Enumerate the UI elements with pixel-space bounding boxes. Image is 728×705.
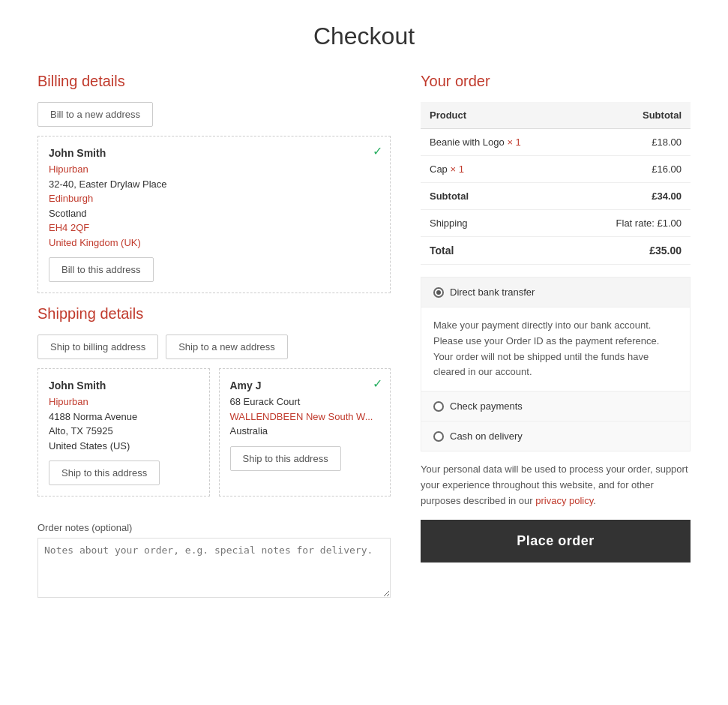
shipping-address-card-0: John Smith Hipurban 4188 Norma Avenue Al… (37, 368, 210, 496)
order-item-row-1: Cap × 1 £16.00 (421, 156, 691, 183)
shipping-address-country-0: United States (US) (49, 439, 199, 454)
order-item-row-0: Beanie with Logo × 1 £18.00 (421, 129, 691, 156)
ship-to-address-button-0[interactable]: Ship to this address (49, 460, 160, 485)
shipping-address-street-0: 4188 Norma Avenue (49, 410, 199, 424)
order-notes-label: Order notes (optional) (37, 522, 391, 533)
bill-to-this-address-button[interactable]: Bill to this address (49, 257, 154, 282)
subtotal-value: £34.00 (574, 183, 691, 210)
order-item-price-1: £16.00 (574, 156, 691, 183)
shipping-address-street-1: 68 Eurack Court (230, 394, 380, 410)
radio-check (433, 401, 444, 412)
payment-desc-direct-bank: Make your payment directly into our bank… (421, 308, 690, 392)
ship-to-address-button-1[interactable]: Ship to this address (230, 446, 341, 471)
payment-option-direct-bank[interactable]: Direct bank transfer (421, 278, 690, 308)
shipping-address-city-1: WALLENDBEEN New South W... (230, 410, 380, 424)
payment-option-cod[interactable]: Cash on delivery (421, 422, 690, 451)
shipping-address-name-1: Amy J (230, 380, 380, 392)
radio-direct-bank (433, 287, 444, 298)
billing-address-city: Edinburgh (49, 191, 379, 206)
shipping-address-country-1: Australia (230, 424, 380, 439)
billing-address-street: 32-40, Easter Drylaw Place (49, 177, 379, 192)
radio-cod (433, 431, 444, 442)
total-value: £35.00 (574, 237, 691, 265)
payment-option-check[interactable]: Check payments (421, 392, 690, 422)
billing-address-country: United Kingdom (UK) (49, 236, 379, 250)
shipping-address-city-0: Alto, TX 75925 (49, 424, 199, 439)
subtotal-label: Subtotal (421, 183, 574, 210)
billing-address-name: John Smith (49, 147, 379, 159)
billing-address-postcode: EH4 2QF (49, 220, 379, 236)
shipping-selected-checkmark: ✓ (373, 376, 382, 391)
subtotal-row: Subtotal £34.00 (421, 183, 691, 210)
payment-section: Direct bank transfer Make your payment d… (421, 277, 691, 452)
shipping-address-card-1: ✓ Amy J 68 Eurack Court WALLENDBEEN New … (219, 368, 391, 496)
order-notes-textarea[interactable] (37, 538, 391, 598)
product-column-header: Product (421, 102, 574, 129)
right-column: Your order Product Subtotal Beanie with … (421, 73, 691, 600)
billing-selected-checkmark: ✓ (373, 144, 382, 158)
order-item-name-1: Cap × 1 (421, 156, 574, 183)
page-title: Checkout (0, 0, 728, 65)
billing-address-company: Hipurban (49, 162, 379, 177)
total-label: Total (421, 237, 574, 265)
billing-address-region: Scotland (49, 206, 379, 221)
billing-section-title: Billing details (37, 73, 391, 90)
place-order-button[interactable]: Place order (421, 520, 691, 562)
privacy-policy-link[interactable]: privacy policy (535, 495, 593, 506)
shipping-addresses-grid: John Smith Hipurban 4188 Norma Avenue Al… (37, 368, 391, 504)
shipping-section-title: Shipping details (37, 305, 391, 322)
shipping-section: Shipping details Ship to billing address… (37, 305, 391, 504)
order-notes-section: Order notes (optional) (37, 522, 391, 600)
billing-address-card: ✓ John Smith Hipurban 32-40, Easter Dryl… (37, 136, 391, 293)
order-item-name-0: Beanie with Logo × 1 (421, 129, 574, 156)
payment-option-label-direct-bank: Direct bank transfer (450, 286, 535, 298)
your-order-title: Your order (421, 73, 691, 90)
bill-to-new-address-button[interactable]: Bill to a new address (37, 102, 153, 127)
shipping-label: Shipping (421, 210, 574, 237)
order-item-price-0: £18.00 (574, 129, 691, 156)
payment-option-label-check: Check payments (450, 400, 523, 412)
shipping-row: Shipping Flat rate: £1.00 (421, 210, 691, 237)
shipping-value: Flat rate: £1.00 (574, 210, 691, 237)
billing-section: Billing details Bill to a new address ✓ … (37, 73, 391, 293)
order-table: Product Subtotal Beanie with Logo × 1 £1… (421, 102, 691, 265)
payment-option-label-cod: Cash on delivery (450, 430, 523, 442)
privacy-text: Your personal data will be used to proce… (421, 462, 691, 508)
shipping-address-name-0: John Smith (49, 380, 199, 392)
shipping-address-company-0: Hipurban (49, 394, 199, 410)
ship-to-billing-address-button[interactable]: Ship to billing address (37, 334, 158, 359)
ship-to-new-address-button[interactable]: Ship to a new address (166, 334, 288, 359)
left-column: Billing details Bill to a new address ✓ … (37, 73, 391, 600)
total-row: Total £35.00 (421, 237, 691, 265)
subtotal-column-header: Subtotal (574, 102, 691, 129)
